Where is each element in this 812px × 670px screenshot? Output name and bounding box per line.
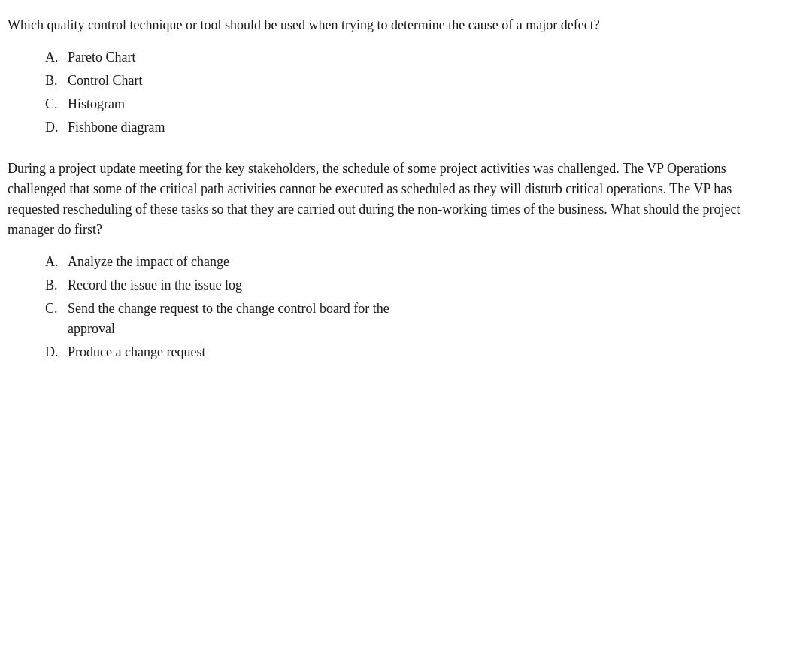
- option-letter: B.: [45, 71, 68, 91]
- option-letter: A.: [45, 252, 68, 272]
- list-item: B. Control Chart: [45, 71, 789, 91]
- option-text: Control Chart: [68, 71, 789, 91]
- option-letter: D.: [45, 117, 68, 138]
- list-item: A. Pareto Chart: [45, 47, 789, 68]
- page-content: Which quality control technique or tool …: [8, 15, 789, 362]
- option-text: Histogram: [68, 94, 789, 114]
- option-letter: B.: [45, 275, 68, 296]
- option-letter: D.: [45, 342, 68, 362]
- option-text: Send the change request to the change co…: [68, 299, 789, 339]
- question-2: During a project update meeting for the …: [8, 159, 789, 362]
- list-item: D. Fishbone diagram: [45, 117, 789, 138]
- option-text: Produce a change request: [68, 342, 789, 362]
- question-1: Which quality control technique or tool …: [8, 15, 789, 138]
- option-letter: A.: [45, 47, 68, 68]
- option-text: Fishbone diagram: [68, 117, 789, 138]
- question-1-text: Which quality control technique or tool …: [8, 15, 789, 35]
- question-1-options: A. Pareto Chart B. Control Chart C. Hist…: [8, 47, 789, 138]
- list-item: D. Produce a change request: [45, 342, 789, 362]
- list-item: C. Histogram: [45, 94, 789, 114]
- option-letter: C.: [45, 299, 68, 319]
- list-item: C. Send the change request to the change…: [45, 299, 789, 339]
- option-text: Record the issue in the issue log: [68, 275, 789, 296]
- option-text: Pareto Chart: [68, 47, 789, 68]
- list-item: A. Analyze the impact of change: [45, 252, 789, 272]
- question-2-text: During a project update meeting for the …: [8, 159, 789, 240]
- list-item: B. Record the issue in the issue log: [45, 275, 789, 296]
- option-letter: C.: [45, 94, 68, 114]
- question-2-options: A. Analyze the impact of change B. Recor…: [8, 252, 789, 362]
- option-text: Analyze the impact of change: [68, 252, 789, 272]
